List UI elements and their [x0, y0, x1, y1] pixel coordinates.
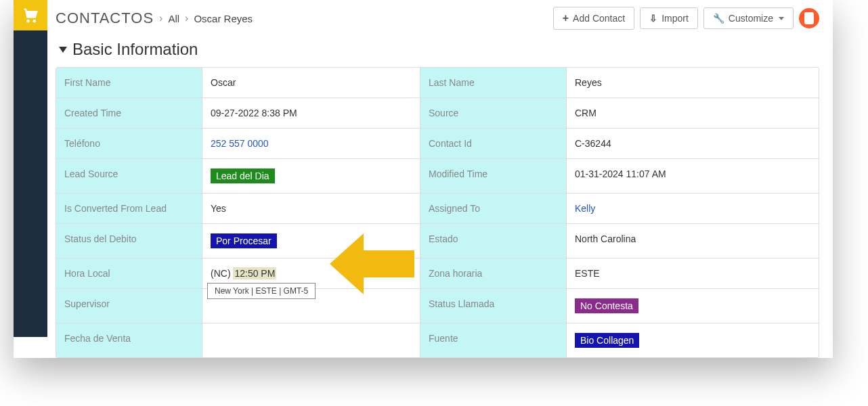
assigned-to-link[interactable]: Kelly — [575, 203, 595, 214]
field-value[interactable]: Yes — [202, 194, 420, 223]
field-label: Source — [420, 98, 567, 128]
plus-icon: + — [563, 12, 569, 24]
table-row: Status del Debito Por Procesar Estado No… — [56, 223, 819, 258]
field-value[interactable]: Reyes — [567, 68, 786, 97]
status-llamada-badge: No Contesta — [575, 298, 638, 313]
chevron-right-icon: › — [185, 12, 188, 24]
field-value[interactable]: Por Procesar — [202, 224, 420, 258]
field-value[interactable]: Lead del Dia — [202, 159, 420, 193]
main-content: Contactos › All › Oscar Reyes + Add Cont… — [47, 0, 833, 358]
header-actions: + Add Contact ⇩ Import 🔧 Customize — [553, 7, 819, 30]
section-header[interactable]: Basic Information — [56, 40, 819, 67]
timezone-tooltip: New York | ESTE | GMT-5 — [207, 283, 316, 299]
field-value[interactable]: ESTE — [567, 258, 786, 288]
add-contact-label: Add Contact — [573, 13, 625, 24]
field-label: Created Time — [56, 98, 202, 128]
app-logo[interactable] — [14, 0, 47, 30]
wrench-icon: 🔧 — [713, 13, 724, 24]
field-label: Teléfono — [56, 129, 202, 158]
field-label: Zona horaria — [420, 258, 567, 288]
customize-label: Customize — [729, 13, 773, 24]
chevron-right-icon: › — [159, 12, 162, 24]
field-value[interactable] — [202, 323, 420, 357]
import-button[interactable]: ⇩ Import — [640, 7, 698, 29]
table-row: Is Converted From Lead Yes Assigned To K… — [56, 193, 819, 223]
chevron-down-icon — [779, 17, 784, 20]
field-label: Fecha de Venta — [56, 323, 202, 357]
field-label: Is Converted From Lead — [56, 194, 202, 223]
header-row: Contactos › All › Oscar Reyes + Add Cont… — [56, 7, 819, 40]
field-value[interactable]: C-36244 — [567, 129, 786, 158]
basic-info-table: First Name Oscar Last Name Reyes Created… — [56, 67, 819, 358]
field-value[interactable]: Bio Collagen — [567, 323, 786, 357]
section-title-text: Basic Information — [72, 40, 198, 59]
hora-local-value[interactable]: (NC) 12:50 PM New York | ESTE | GMT-5 — [202, 258, 420, 288]
table-row: Hora Local (NC) 12:50 PM New York | ESTE… — [56, 258, 819, 288]
field-label: Status Llamada — [420, 289, 567, 323]
field-value[interactable]: No Contesta — [567, 289, 786, 323]
table-row: Created Time 09-27-2022 8:38 PM Source C… — [56, 97, 819, 128]
field-label: Assigned To — [420, 194, 567, 223]
field-value[interactable]: CRM — [567, 98, 786, 128]
table-row: Lead Source Lead del Dia Modified Time 0… — [56, 158, 819, 193]
breadcrumb-all[interactable]: All — [168, 13, 179, 24]
fuente-badge: Bio Collagen — [575, 333, 639, 348]
field-value[interactable]: North Carolina — [567, 224, 786, 258]
svg-point-0 — [26, 19, 30, 22]
table-row: Fecha de Venta Fuente Bio Collagen — [56, 323, 819, 357]
cart-icon — [21, 6, 40, 25]
page-container: Contactos › All › Oscar Reyes + Add Cont… — [14, 0, 833, 358]
lead-source-badge: Lead del Dia — [211, 168, 275, 183]
breadcrumb: Contactos › All › Oscar Reyes — [56, 9, 253, 27]
svg-point-1 — [33, 19, 37, 22]
field-label: Last Name — [420, 68, 567, 97]
table-row: Supervisor Status Llamada No Contesta — [56, 288, 819, 323]
status-debito-badge: Por Procesar — [211, 233, 277, 248]
customize-button[interactable]: 🔧 Customize — [703, 7, 794, 29]
field-label: Hora Local — [56, 258, 202, 288]
left-sidebar — [14, 0, 47, 337]
field-label: Lead Source — [56, 159, 202, 193]
field-label: Modified Time — [420, 159, 567, 193]
hora-local-prefix: (NC) — [211, 268, 233, 279]
field-value[interactable]: 09-27-2022 8:38 PM — [202, 98, 420, 128]
clipboard-icon — [804, 12, 814, 24]
field-label: Supervisor — [56, 289, 202, 323]
table-row: First Name Oscar Last Name Reyes — [56, 68, 819, 97]
hora-local-time: 12:50 PM — [233, 267, 276, 279]
field-label: Contact Id — [420, 129, 567, 158]
table-row: Teléfono 252 557 0000 Contact Id C-36244 — [56, 128, 819, 158]
collapse-icon — [59, 47, 67, 53]
field-value[interactable]: Kelly — [567, 194, 786, 223]
add-contact-button[interactable]: + Add Contact — [553, 7, 634, 30]
clipboard-button[interactable] — [799, 8, 819, 28]
module-title[interactable]: Contactos — [56, 9, 154, 27]
download-icon: ⇩ — [649, 13, 657, 24]
field-value[interactable]: 01-31-2024 11:07 AM — [567, 159, 786, 193]
field-label: Fuente — [420, 323, 567, 357]
field-value[interactable]: Oscar — [202, 68, 420, 97]
field-label: First Name — [56, 68, 202, 97]
field-value[interactable]: 252 557 0000 — [202, 129, 420, 158]
breadcrumb-record[interactable]: Oscar Reyes — [194, 13, 253, 24]
phone-link[interactable]: 252 557 0000 — [211, 138, 269, 149]
field-label: Estado — [420, 224, 567, 258]
import-label: Import — [661, 13, 689, 24]
field-label: Status del Debito — [56, 224, 202, 258]
